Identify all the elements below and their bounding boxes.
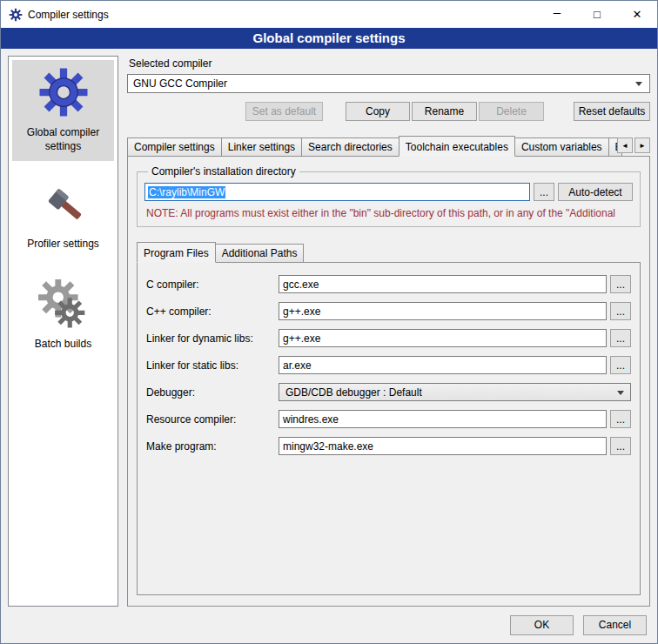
resource-compiler-input[interactable]: windres.exe [279,410,607,428]
dynamic-linker-row: Linker for dynamic libs: g++.exe ... [146,329,631,347]
c-compiler-input[interactable]: gcc.exe [279,275,607,293]
c-compiler-browse-button[interactable]: ... [610,275,631,293]
rename-button[interactable]: Rename [412,102,477,121]
cpp-compiler-input[interactable]: g++.exe [279,302,607,320]
ok-button[interactable]: OK [510,615,574,635]
tab-program-files[interactable]: Program Files [137,242,216,263]
dynamic-linker-label: Linker for dynamic libs: [146,332,279,345]
dialog-header: Global compiler settings [1,28,657,49]
make-program-label: Make program: [146,440,279,453]
c-compiler-value: gcc.exe [283,278,319,291]
static-linker-input[interactable]: ar.exe [279,356,607,374]
cpp-compiler-label: C++ compiler: [146,305,279,318]
compiler-settings-window: Compiler settings – □ ✕ Global compiler … [0,0,658,644]
make-program-browse-button[interactable]: ... [610,437,631,455]
chevron-down-icon [617,391,624,399]
toolchain-executables-panel: Compiler's installation directory C:\ray… [127,156,650,607]
titlebar: Compiler settings – □ ✕ [1,1,657,28]
tab-scroll-right-button[interactable]: ► [634,138,650,153]
installation-directory-input[interactable]: C:\raylib\MinGW [144,183,530,201]
installation-directory-browse-button[interactable]: ... [534,183,554,201]
window-controls: – □ ✕ [537,1,657,28]
make-program-value: mingw32-make.exe [283,440,373,453]
debugger-row: Debugger: GDB/CDB debugger : Default [146,383,631,401]
program-files-tabstrip: Program Files Additional Paths [137,241,641,262]
compiler-buttons-row: Set as default Copy Rename Delete Reset … [127,102,650,121]
sidebar-item-batch-builds[interactable]: Batch builds [12,273,114,359]
static-linker-value: ar.exe [283,359,312,372]
program-files-panel: C compiler: gcc.exe ... C++ compiler: g+… [137,262,641,595]
installation-directory-note: NOTE: All programs must exist either in … [146,207,631,219]
tab-search-directories[interactable]: Search directories [301,138,400,156]
resource-compiler-row: Resource compiler: windres.exe ... [146,410,631,428]
installation-directory-row: C:\raylib\MinGW ... Auto-detect [144,183,633,201]
sidebar-item-label: Profiler settings [27,238,99,252]
minimize-button[interactable]: – [537,1,577,28]
cpp-compiler-browse-button[interactable]: ... [610,302,631,320]
make-program-row: Make program: mingw32-make.exe ... [146,437,631,455]
sidebar-item-global-compiler-settings[interactable]: Global compiler settings [12,60,114,161]
window-title: Compiler settings [28,9,109,21]
reset-defaults-button[interactable]: Reset defaults [574,102,650,121]
tab-scroll-left-button[interactable]: ◄ [617,138,633,153]
app-icon [9,8,23,22]
static-linker-row: Linker for static libs: ar.exe ... [146,356,631,374]
debugger-value: GDB/CDB debugger : Default [285,386,617,399]
settings-category-sidebar: Global compiler settings Profiler settin… [8,56,118,607]
close-button[interactable]: ✕ [617,1,657,28]
dialog-footer: OK Cancel [1,607,657,643]
selected-compiler-value: GNU GCC Compiler [133,77,635,90]
cpp-compiler-row: C++ compiler: g++.exe ... [146,302,631,320]
settings-tabstrip: Compiler settings Linker settings Search… [127,135,650,156]
c-compiler-label: C compiler: [146,278,279,291]
static-linker-label: Linker for static libs: [146,359,279,372]
debugger-select[interactable]: GDB/CDB debugger : Default [279,383,631,401]
selected-compiler-combobox[interactable]: GNU GCC Compiler [127,74,650,93]
sidebar-item-label: Global compiler settings [14,126,112,153]
tab-scroll-controls: ◄ ► [617,138,650,153]
set-as-default-button: Set as default [245,102,323,121]
tab-linker-settings[interactable]: Linker settings [221,138,302,156]
tab-custom-variables[interactable]: Custom variables [514,138,609,156]
delete-button: Delete [479,102,544,121]
blue-gear-icon [37,66,90,118]
resource-compiler-label: Resource compiler: [146,413,279,426]
installation-directory-group-title: Compiler's installation directory [148,165,299,178]
static-linker-browse-button[interactable]: ... [610,356,631,374]
selected-compiler-label: Selected compiler [129,57,650,70]
tab-toolchain-executables[interactable]: Toolchain executables [399,136,515,157]
cpp-compiler-value: g++.exe [283,305,320,318]
resource-compiler-value: windres.exe [283,413,339,426]
c-compiler-row: C compiler: gcc.exe ... [146,275,631,293]
dialog-body: Global compiler settings Profiler settin… [1,49,657,607]
chevron-down-icon [635,82,642,90]
dynamic-linker-value: g++.exe [283,332,320,345]
dynamic-linker-browse-button[interactable]: ... [610,329,631,347]
cancel-button[interactable]: Cancel [583,615,647,635]
profiler-tool-icon [40,183,87,230]
installation-directory-value: C:\raylib\MinGW [148,186,225,198]
gray-gears-icon [38,279,89,330]
sidebar-item-label: Batch builds [35,338,91,352]
main-settings-area: Selected compiler GNU GCC Compiler Set a… [127,56,650,607]
maximize-button[interactable]: □ [577,1,617,28]
resource-compiler-browse-button[interactable]: ... [610,410,631,428]
auto-detect-button[interactable]: Auto-detect [558,183,633,201]
sidebar-item-profiler-settings[interactable]: Profiler settings [12,171,114,259]
copy-button[interactable]: Copy [346,102,410,121]
make-program-input[interactable]: mingw32-make.exe [279,437,607,455]
tab-compiler-settings[interactable]: Compiler settings [127,138,222,156]
dynamic-linker-input[interactable]: g++.exe [279,329,607,347]
tab-additional-paths[interactable]: Additional Paths [215,244,305,262]
installation-directory-groupbox: Compiler's installation directory C:\ray… [137,165,641,227]
debugger-label: Debugger: [146,386,279,399]
